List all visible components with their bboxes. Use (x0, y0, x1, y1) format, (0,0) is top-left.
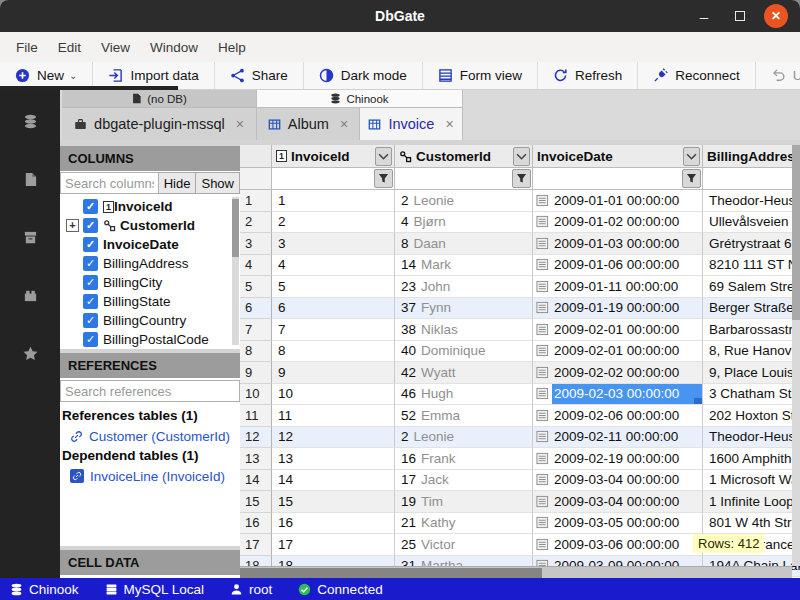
cell-customerid[interactable]: 46Hugh (395, 384, 533, 406)
cell-customerid[interactable]: 21Kathy (395, 513, 533, 535)
column-header-invoiceid[interactable]: 1InvoiceId (272, 145, 395, 168)
statusbar-item-mysql-local[interactable]: MySQL Local (105, 582, 205, 597)
row-header[interactable]: 7 (240, 319, 272, 341)
column-item-billingaddress[interactable]: ✓ BillingAddress (60, 254, 240, 273)
invoice-date-value[interactable]: 2009-02-19 00:00:00 (552, 448, 702, 469)
menu-item-view[interactable]: View (91, 40, 140, 55)
cell-invoicedate[interactable]: 2009-01-19 00:00:00 (533, 298, 703, 320)
cell-customerid[interactable]: 17Jack (395, 470, 533, 492)
invoice-date-value[interactable]: 2009-03-05 00:00:00 (552, 513, 702, 534)
row-header[interactable]: 1 (240, 190, 272, 212)
cell-billingaddress[interactable]: Ullevålsveien 14 (703, 212, 800, 234)
cell-customerid[interactable]: 40Dominique (395, 341, 533, 363)
toolbar-button-reconnect[interactable]: Reconnect (638, 62, 756, 89)
filter-input-invoicedate[interactable] (533, 168, 682, 189)
column-item-billingcity[interactable]: ✓ BillingCity (60, 273, 240, 292)
column-menu-button[interactable] (513, 147, 530, 166)
cell-invoiceid[interactable]: 3 (272, 233, 395, 255)
invoice-date-value[interactable]: 2009-01-02 00:00:00 (552, 212, 702, 233)
reference-link-customer[interactable]: Customer (CustomerId) (60, 426, 240, 446)
cell-billingaddress[interactable]: Berger Straße 10 (703, 298, 800, 320)
invoice-date-value[interactable]: 2009-01-11 00:00:00 (552, 276, 702, 297)
cell-billingaddress[interactable]: 1 Infinite Loop (703, 491, 800, 513)
filter-funnel-button[interactable] (682, 169, 701, 188)
iconbar-item-archive[interactable] (0, 208, 60, 266)
cell-billingaddress[interactable]: 9, Place Louis Barthou (703, 362, 800, 384)
search-references-input[interactable] (60, 380, 240, 402)
column-header-customerid[interactable]: CustomerId (395, 145, 533, 168)
invoice-date-value[interactable]: 2009-02-06 00:00:00 (552, 405, 702, 426)
cell-invoiceid[interactable]: 5 (272, 276, 395, 298)
cell-invoicedate[interactable]: 2009-02-06 00:00:00 (533, 405, 703, 427)
cell-invoiceid[interactable]: 15 (272, 491, 395, 513)
cell-billingaddress[interactable]: Theodor-Heuss-Straße 34 (703, 427, 800, 449)
cell-invoicedate[interactable]: 2009-03-04 00:00:00 (533, 491, 703, 513)
tab-album[interactable]: Album × (257, 108, 360, 140)
filter-input-customerid[interactable] (395, 168, 512, 189)
column-item-billingstate[interactable]: ✓ BillingState (60, 292, 240, 311)
cell-billingaddress[interactable]: 1600 Amphitheatre Parkway (703, 448, 800, 470)
cell-customerid[interactable]: 25Victor (395, 534, 533, 556)
cell-billingaddress[interactable]: 69 Salem Street (703, 276, 800, 298)
invoice-date-value[interactable]: 2009-02-11 00:00:00 (552, 427, 702, 448)
cell-billingaddress[interactable]: 801 W 4th Street (703, 513, 800, 535)
iconbar-item-plugin[interactable] (0, 266, 60, 324)
cell-billingaddress[interactable]: Theodor-Heuss-Straße 34 (703, 190, 800, 212)
row-header[interactable]: 10 (240, 384, 272, 406)
cell-invoiceid[interactable]: 12 (272, 427, 395, 449)
row-header[interactable]: 9 (240, 362, 272, 384)
column-checkbox[interactable]: ✓ (83, 275, 98, 290)
invoice-date-value[interactable]: 2009-03-04 00:00:00 (552, 491, 702, 512)
cell-billingaddress[interactable]: 1 Microsoft Way (703, 470, 800, 492)
column-menu-button[interactable] (375, 147, 392, 166)
cell-billingaddress[interactable]: 202 Hoxton Street (703, 405, 800, 427)
menu-item-window[interactable]: Window (140, 40, 208, 55)
column-item-invoicedate[interactable]: ✓ InvoiceDate (60, 235, 240, 254)
toolbar-button-refresh[interactable]: Refresh (538, 62, 638, 89)
cell-customerid[interactable]: 37Fynn (395, 298, 533, 320)
column-item-customerid[interactable]: + ✓ CustomerId (60, 216, 240, 235)
invoice-date-value[interactable]: 2009-02-01 00:00:00 (552, 341, 702, 362)
cell-invoicedate[interactable]: 2009-03-06 00:00:00 (533, 534, 703, 556)
row-header[interactable]: 8 (240, 341, 272, 363)
column-header-invoicedate[interactable]: InvoiceDate (533, 145, 703, 168)
cell-invoiceid[interactable]: 2 (272, 212, 395, 234)
cell-billingaddress[interactable]: 8, Rue Hanovre (703, 341, 800, 363)
column-checkbox[interactable]: ✓ (83, 218, 98, 233)
columns-scrollbar[interactable] (232, 197, 239, 345)
columns-scrollbar-thumb[interactable] (232, 199, 239, 257)
reference-link-invoiceline[interactable]: InvoiceLine (InvoiceId) (60, 466, 240, 486)
tab-close-icon[interactable]: × (445, 116, 453, 132)
cell-invoicedate[interactable]: 2009-02-01 00:00:00 (533, 319, 703, 341)
column-item-billingpostalcode[interactable]: ✓ BillingPostalCode (60, 330, 240, 349)
cell-invoicedate[interactable]: 2009-01-06 00:00:00 (533, 255, 703, 277)
row-header[interactable]: 2 (240, 212, 272, 234)
cell-invoiceid[interactable]: 14 (272, 470, 395, 492)
cell-billingaddress[interactable]: Grétrystraat 63 (703, 233, 800, 255)
row-header[interactable]: 11 (240, 405, 272, 427)
column-item-billingcountry[interactable]: ✓ BillingCountry (60, 311, 240, 330)
cell-invoicedate[interactable]: 2009-03-05 00:00:00 (533, 513, 703, 535)
cell-invoicedate[interactable]: 2009-01-03 00:00:00 (533, 233, 703, 255)
show-button[interactable]: Show (196, 172, 240, 194)
toolbar-button-new[interactable]: New⌄ (0, 62, 93, 89)
cell-invoicedate[interactable]: 2009-01-01 00:00:00 (533, 190, 703, 212)
invoice-date-value[interactable]: 2009-02-02 00:00:00 (552, 362, 702, 383)
menu-item-help[interactable]: Help (208, 40, 256, 55)
toolbar-button-share[interactable]: Share (215, 62, 304, 89)
tab-close-icon[interactable]: × (236, 116, 244, 132)
cell-billingaddress[interactable]: Barbarossastraße 19 (703, 319, 800, 341)
cell-customerid[interactable]: 23John (395, 276, 533, 298)
statusbar-item-chinook[interactable]: Chinook (10, 582, 79, 597)
invoice-date-value[interactable]: 2009-01-01 00:00:00 (552, 190, 702, 211)
cell-customerid[interactable]: 42Wyatt (395, 362, 533, 384)
row-header[interactable]: 6 (240, 298, 272, 320)
cell-invoiceid[interactable]: 10 (272, 384, 395, 406)
cell-invoiceid[interactable]: 11 (272, 405, 395, 427)
row-header[interactable]: 15 (240, 491, 272, 513)
filter-funnel-button[interactable] (374, 169, 393, 188)
filter-funnel-button[interactable] (512, 169, 531, 188)
invoice-date-value[interactable]: 2009-02-03 00:00:00 (552, 384, 702, 405)
column-checkbox[interactable]: ✓ (83, 237, 98, 252)
row-header[interactable]: 4 (240, 255, 272, 277)
